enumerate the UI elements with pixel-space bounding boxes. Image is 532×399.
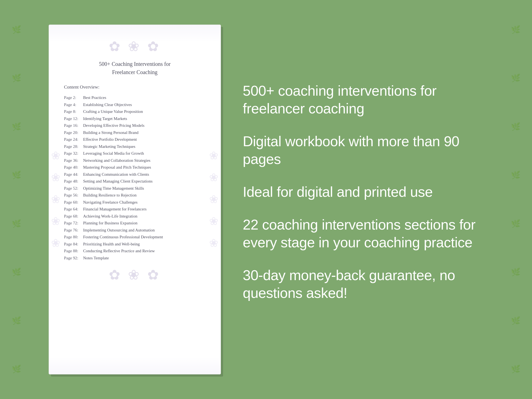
toc-title: Planning for Business Expansion <box>83 220 138 227</box>
toc-item: Page 88:Conducting Reflective Practice a… <box>64 248 206 255</box>
doc-top-decoration: ✿ ❀ ✿ <box>64 39 206 54</box>
info-panel: 500+ coaching interventions for freelanc… <box>237 82 483 317</box>
info-text: 22 coaching interventions sections for e… <box>243 216 483 251</box>
toc-item: Page 24:Effective Portfolio Development <box>64 136 206 143</box>
toc-page-number: Page 28: <box>64 143 83 150</box>
toc-title: Optimizing Time Management Skills <box>83 185 144 192</box>
toc-item: Page 72:Planning for Business Expansion <box>64 220 206 227</box>
toc-title: Strategic Marketing Techniques <box>83 143 135 150</box>
toc-title: Leveraging Social Media for Growth <box>83 150 144 157</box>
toc-page-number: Page 36: <box>64 157 83 164</box>
toc-title: Achieving Work-Life Integration <box>83 213 137 220</box>
toc-title: Networking and Collaboration Strategies <box>83 157 150 164</box>
table-of-contents: Page 2:Best PracticesPage 4:Establishing… <box>64 94 206 262</box>
toc-page-number: Page 2: <box>64 94 83 101</box>
doc-left-ornament: ❀❀❀❀❀ <box>51 150 60 249</box>
toc-title: Implementing Outsourcing and Automation <box>83 227 155 234</box>
toc-item: Page 76:Implementing Outsourcing and Aut… <box>64 227 206 234</box>
toc-item: Page 36:Networking and Collaboration Str… <box>64 157 206 164</box>
toc-title: Establishing Clear Objectives <box>83 101 132 108</box>
info-text: 30-day money-back guarantee, no question… <box>243 266 483 302</box>
main-container: ❀❀❀❀❀ ❀❀❀❀❀ ✿ ❀ ✿ 500+ Coaching Interven… <box>0 0 532 399</box>
toc-title: Best Practices <box>83 94 106 101</box>
toc-item: Page 68:Achieving Work-Life Integration <box>64 213 206 220</box>
toc-title: Prioritizing Health and Well-being <box>83 241 140 248</box>
toc-page-number: Page 92: <box>64 255 83 262</box>
toc-page-number: Page 52: <box>64 185 83 192</box>
toc-page-number: Page 40: <box>64 164 83 171</box>
toc-title: Notes Template <box>83 255 109 262</box>
toc-page-number: Page 4: <box>64 101 83 108</box>
toc-item: Page 56:Building Resilience to Rejection <box>64 192 206 199</box>
toc-item: Page 48:Setting and Managing Client Expe… <box>64 178 206 185</box>
toc-page-number: Page 84: <box>64 241 83 248</box>
toc-page-number: Page 64: <box>64 206 83 213</box>
toc-page-number: Page 24: <box>64 136 83 143</box>
toc-title: Developing Effective Pricing Models <box>83 122 144 129</box>
toc-page-number: Page 72: <box>64 220 83 227</box>
doc-bottom-decoration: ✿ ❀ ✿ <box>64 267 206 283</box>
toc-title: Fostering Continuous Professional Develo… <box>83 234 163 241</box>
info-text: 500+ coaching interventions for freelanc… <box>243 82 483 118</box>
toc-page-number: Page 44: <box>64 171 83 178</box>
info-text: Digital workbook with more than 90 pages <box>243 133 483 168</box>
toc-title: Crafting a Unique Value Proposition <box>83 108 143 115</box>
info-section-3: Ideal for digital and printed use <box>243 183 483 201</box>
info-section-2: Digital workbook with more than 90 pages <box>243 133 483 168</box>
toc-item: Page 80:Fostering Continuous Professiona… <box>64 234 206 241</box>
toc-title: Building a Strong Personal Brand <box>83 129 139 136</box>
toc-title: Setting and Managing Client Expectations <box>83 178 153 185</box>
info-text: Ideal for digital and printed use <box>243 183 483 201</box>
toc-page-number: Page 56: <box>64 192 83 199</box>
toc-page-number: Page 68: <box>64 213 83 220</box>
toc-item: Page 16:Developing Effective Pricing Mod… <box>64 122 206 129</box>
toc-page-number: Page 16: <box>64 122 83 129</box>
toc-item: Page 32:Leveraging Social Media for Grow… <box>64 150 206 157</box>
toc-page-number: Page 80: <box>64 234 83 241</box>
info-section-1: 500+ coaching interventions for freelanc… <box>243 82 483 118</box>
toc-page-number: Page 88: <box>64 248 83 255</box>
document-page: ❀❀❀❀❀ ❀❀❀❀❀ ✿ ❀ ✿ 500+ Coaching Interven… <box>49 25 221 374</box>
toc-title: Effective Portfolio Development <box>83 136 137 143</box>
toc-title: Mastering Proposal and Pitch Techniques <box>83 164 151 171</box>
toc-item: Page 20:Building a Strong Personal Brand <box>64 129 206 136</box>
toc-item: Page 2:Best Practices <box>64 94 206 101</box>
document-wrapper: ❀❀❀❀❀ ❀❀❀❀❀ ✿ ❀ ✿ 500+ Coaching Interven… <box>49 25 221 374</box>
toc-page-number: Page 20: <box>64 129 83 136</box>
info-section-5: 30-day money-back guarantee, no question… <box>243 266 483 302</box>
toc-title: Navigating Freelance Challenges <box>83 199 138 206</box>
toc-item: Page 92:Notes Template <box>64 255 206 262</box>
toc-page-number: Page 12: <box>64 115 83 122</box>
document-title: 500+ Coaching Interventions for Freelanc… <box>64 60 206 76</box>
toc-item: Page 12:Identifying Target Markets <box>64 115 206 122</box>
toc-title: Conducting Reflective Practice and Revie… <box>83 248 155 255</box>
toc-item: Page 4:Establishing Clear Objectives <box>64 101 206 108</box>
toc-title: Enhancing Communication with Clients <box>83 171 149 178</box>
toc-item: Page 44:Enhancing Communication with Cli… <box>64 171 206 178</box>
toc-page-number: Page 76: <box>64 227 83 234</box>
toc-item: Page 84:Prioritizing Health and Well-bei… <box>64 241 206 248</box>
info-section-4: 22 coaching interventions sections for e… <box>243 216 483 251</box>
toc-item: Page 64:Financial Management for Freelan… <box>64 206 206 213</box>
toc-title: Building Resilience to Rejection <box>83 192 136 199</box>
toc-page-number: Page 48: <box>64 178 83 185</box>
toc-title: Identifying Target Markets <box>83 115 127 122</box>
toc-page-number: Page 60: <box>64 199 83 206</box>
toc-item: Page 52:Optimizing Time Management Skill… <box>64 185 206 192</box>
toc-page-number: Page 32: <box>64 150 83 157</box>
content-overview-label: Content Overview: <box>64 84 206 90</box>
toc-page-number: Page 8: <box>64 108 83 115</box>
toc-item: Page 40:Mastering Proposal and Pitch Tec… <box>64 164 206 171</box>
toc-item: Page 28:Strategic Marketing Techniques <box>64 143 206 150</box>
toc-title: Financial Management for Freelancers <box>83 206 147 213</box>
doc-right-ornament: ❀❀❀❀❀ <box>209 150 218 249</box>
toc-item: Page 60:Navigating Freelance Challenges <box>64 199 206 206</box>
toc-item: Page 8:Crafting a Unique Value Propositi… <box>64 108 206 115</box>
